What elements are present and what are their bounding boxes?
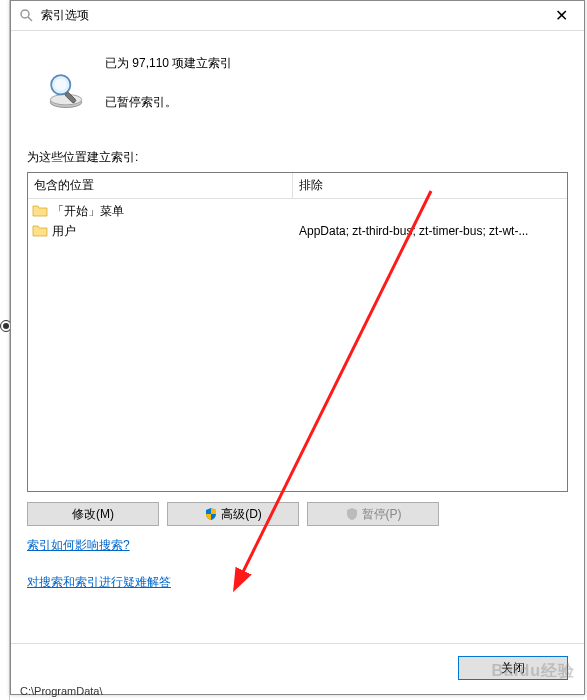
svg-line-1	[28, 17, 32, 21]
link-troubleshoot[interactable]: 对搜索和索引进行疑难解答	[27, 574, 568, 591]
list-item[interactable]: 用户	[28, 221, 293, 241]
shield-icon	[204, 507, 218, 521]
app-icon	[19, 8, 35, 24]
list-item-label: 「开始」菜单	[52, 203, 124, 220]
locations-listbox[interactable]: 包含的位置 排除 「开始」菜单	[27, 172, 568, 492]
column-included[interactable]: 包含的位置	[28, 173, 293, 198]
excluded-text: AppData; zt-third-bus; zt-timer-bus; zt-…	[299, 221, 561, 241]
locations-label: 为这些位置建立索引:	[27, 149, 568, 166]
svg-point-0	[21, 10, 29, 18]
close-window-button[interactable]: ✕	[539, 1, 584, 31]
button-row: 修改(M) 高级(D) 暂停(P)	[27, 502, 568, 526]
shield-icon	[345, 507, 359, 521]
svg-point-5	[55, 79, 67, 91]
folder-icon	[32, 224, 48, 238]
advanced-button[interactable]: 高级(D)	[167, 502, 299, 526]
dialog-content: 已为 97,110 项建立索引 已暂停索引。 为这些位置建立索引: 包含的位置 …	[11, 31, 584, 631]
window-title: 索引选项	[41, 7, 539, 24]
modify-button[interactable]: 修改(M)	[27, 502, 159, 526]
link-how-affect-search[interactable]: 索引如何影响搜索?	[27, 537, 568, 554]
info-block: 已为 97,110 项建立索引 已暂停索引。	[27, 51, 568, 111]
status-bar-text: C:\ProgramData\	[10, 682, 103, 700]
list-item[interactable]: 「开始」菜单	[28, 201, 293, 221]
indexed-count-text: 已为 97,110 项建立索引	[105, 55, 232, 72]
pause-button: 暂停(P)	[307, 502, 439, 526]
magnifier-drive-icon	[45, 69, 87, 111]
listbox-header: 包含的位置 排除	[28, 173, 567, 199]
paused-status-text: 已暂停索引。	[105, 94, 232, 111]
indexing-options-dialog: 索引选项 ✕ 已为 97,110 项建立索引 已暂停索引。 为这些位置建立索引:	[10, 0, 585, 695]
close-button[interactable]: 关闭	[458, 656, 568, 680]
column-excluded[interactable]: 排除	[293, 173, 567, 198]
list-item-label: 用户	[52, 223, 76, 240]
titlebar: 索引选项 ✕	[11, 1, 584, 31]
folder-icon	[32, 204, 48, 218]
